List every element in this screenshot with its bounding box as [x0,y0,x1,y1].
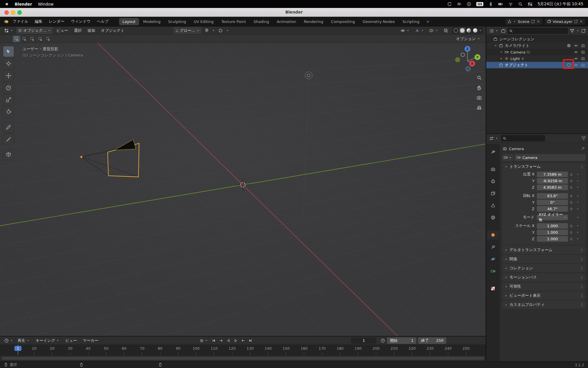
play-button[interactable] [232,337,239,344]
transform-value-field[interactable]: 46.7° [537,206,568,212]
animate-dot[interactable] [574,173,581,176]
gizmo-negative-y-dot[interactable] [455,57,460,62]
camera-toggle[interactable] [579,62,587,68]
eye-toggle[interactable] [572,49,579,55]
panel-2[interactable]: コレクション⣿ [502,264,586,272]
panel-6[interactable]: カスタムプロパティ⣿ [502,301,586,309]
proportional-edit-toggle[interactable] [216,27,225,34]
transform-value-field[interactable]: XYZ オイラー角 [537,215,568,220]
tab-view-layer[interactable] [488,189,498,198]
datablock-browse-button[interactable] [502,154,513,161]
workspace-tab-0[interactable]: Layout [119,18,139,25]
unlink-scene-icon[interactable] [537,20,540,23]
apple-icon[interactable] [5,2,9,6]
transform-value-field[interactable]: 1.000 [537,223,568,229]
workspace-tab-5[interactable]: Shading [250,18,273,25]
workspace-tab-7[interactable]: Rendering [300,18,327,25]
panel-drag-handle[interactable]: ⣿ [581,165,583,169]
topbar-menu-3[interactable]: ウィンドウ [68,18,94,25]
cursor-tool[interactable] [3,58,14,69]
select-mode-subtract-button[interactable] [29,36,36,42]
xray-toggle[interactable] [442,27,450,34]
workspace-tab-9[interactable]: Geometry Nodes [359,18,398,25]
workspace-tab-1[interactable]: Modeling [140,18,164,25]
rotate-tool[interactable] [3,82,14,93]
lock-toggle[interactable] [568,173,574,176]
breadcrumb-object-name[interactable]: Camera [509,147,524,151]
transform-value-field[interactable]: 1.000 [537,230,568,235]
animate-dot[interactable] [574,237,581,240]
properties-editor-type-button[interactable] [488,135,499,141]
pin-icon[interactable] [581,147,585,151]
workspace-tab-3[interactable]: UV Editing [190,18,217,25]
mode-selector[interactable]: オブジェク... [16,27,53,34]
select-mode-extend-button[interactable] [21,36,28,42]
workspace-tab-6[interactable]: Animation [273,18,300,25]
tab-object[interactable] [487,231,499,239]
3d-viewport[interactable]: ユーザー・透視投影 (1) シーンコレクション | Camera [0,43,486,336]
shading-wireframe-button[interactable] [453,28,459,33]
panel-4[interactable]: 可視性⣿ [502,282,586,291]
jump-to-end-button[interactable] [247,337,254,344]
animate-dot[interactable] [574,201,581,204]
display-mode-icon[interactable] [501,29,506,33]
tab-scene[interactable] [488,201,498,210]
play-reverse-button[interactable] [225,337,232,344]
add-workspace-button[interactable]: + [424,18,432,25]
shading-options-chevron-icon[interactable] [479,29,482,32]
transform-value-field[interactable]: -6.9258 m [537,178,568,184]
new-scene-icon[interactable] [531,19,535,24]
camera-toggle[interactable] [579,56,587,62]
keyboard-layout-badge[interactable]: US [476,2,483,6]
lock-toggle[interactable] [568,224,574,228]
timeline-scrollbar[interactable] [0,355,486,361]
transform-panel-header[interactable]: トランスフォーム ⣿ [502,163,586,170]
animate-dot[interactable] [574,231,581,234]
lock-toggle[interactable] [568,185,574,189]
auto-keying-button[interactable] [198,338,210,344]
lock-toggle[interactable] [568,194,574,198]
gizmo-negative-z-dot[interactable] [466,67,470,71]
jump-prev-keyframe-button[interactable] [217,337,225,344]
workspace-tab-2[interactable]: Sculpting [165,18,190,25]
tab-world[interactable] [488,213,498,222]
workspace-tab-10[interactable]: Scripting [399,18,423,25]
lock-toggle[interactable] [568,179,574,183]
perspective-toggle-button[interactable] [476,104,483,111]
filter-funnel-icon[interactable] [570,29,574,33]
panel-3[interactable]: モーションパス⣿ [502,273,586,281]
macos-menu-window[interactable]: Window [38,2,54,6]
snap-options-chevron-icon[interactable] [212,29,215,32]
workspace-tab-8[interactable]: Compositing [328,18,359,25]
transform-tool[interactable] [3,106,14,117]
shading-solid-button[interactable] [460,28,465,33]
tab-constraints[interactable] [488,243,498,251]
scale-tool[interactable] [3,94,14,105]
lock-toggle[interactable] [568,200,574,204]
outliner-row-0[interactable]: シーンコレクション [486,36,588,42]
gizmo-negative-axis-dot[interactable] [461,53,465,57]
pan-button[interactable] [476,84,483,91]
select-mode-intersect-button[interactable] [45,36,52,42]
object-name-field[interactable]: Camera [514,154,586,161]
topbar-menu-4[interactable]: ヘルプ [94,18,112,25]
playback-status-icon[interactable] [467,2,471,6]
shading-material-button[interactable] [466,28,472,33]
tool-options-dropdown[interactable]: オプション [456,36,483,42]
menubar-clock[interactable]: 5月24日 (火) 午前 10:45 [537,1,583,7]
jump-to-start-button[interactable] [210,337,217,344]
scrollbar-thumb[interactable] [1,357,484,360]
blender-logo-icon[interactable] [3,19,9,24]
select-mode-invert-button[interactable] [37,36,44,42]
animate-dot[interactable] [574,224,581,227]
tab-physics[interactable] [488,255,498,263]
snap-toggle[interactable] [203,27,211,34]
panel-0[interactable]: デルタトランスフォーム⣿ [502,246,586,254]
select-box-tool[interactable] [3,46,14,57]
camera-toggle[interactable] [579,43,587,49]
panel-1[interactable]: 関係⣿ [502,255,586,263]
panel-5[interactable]: ビューポート表示⣿ [502,291,586,300]
overlays-dropdown[interactable] [427,27,440,34]
wifi-icon[interactable] [508,2,513,6]
tab-object-data[interactable] [488,267,498,276]
